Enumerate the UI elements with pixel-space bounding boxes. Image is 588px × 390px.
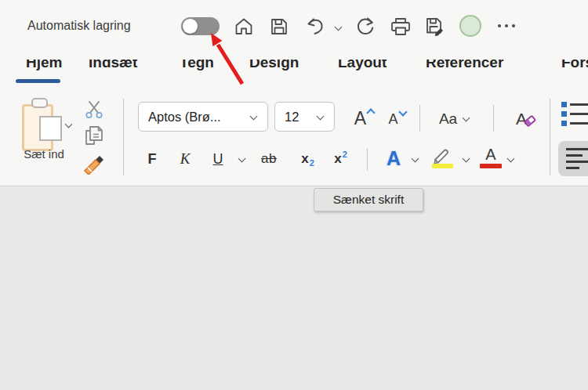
font-family-value: Aptos (Brø...: [148, 110, 250, 125]
scissors-icon: [83, 99, 105, 121]
ribbon-tab-bar: Hjem Indsæt Tegn Design Layout Reference…: [0, 60, 588, 78]
print-icon[interactable]: [389, 15, 412, 38]
clipboard-page-icon: [39, 116, 62, 141]
font-size-value: 12: [285, 110, 317, 125]
autosave-label: Automatisk lagring: [27, 19, 131, 33]
font-color-button[interactable]: A: [477, 144, 505, 171]
caret-up-icon: [367, 108, 374, 115]
tab-hjem[interactable]: Hjem: [26, 60, 62, 71]
tab-tegn[interactable]: Tegn: [180, 60, 214, 71]
tooltip: Sænket skrift: [314, 188, 423, 211]
group-divider: [550, 99, 550, 175]
underline-chevron[interactable]: [238, 155, 246, 163]
save-as-icon[interactable]: [423, 15, 447, 38]
highlight-color-swatch: [432, 164, 453, 168]
control-divider: [493, 105, 494, 132]
text-effects-chevron[interactable]: [412, 155, 419, 163]
home-icon[interactable]: [232, 15, 256, 38]
tab-design[interactable]: Design: [249, 60, 299, 71]
underline-button[interactable]: U: [207, 147, 229, 171]
clipboard-clip-icon: [31, 98, 48, 108]
word-window: Automatisk lagring: [0, 0, 588, 390]
tab-layout[interactable]: Layout: [338, 60, 387, 71]
cut-button[interactable]: [82, 99, 107, 121]
group-divider: [123, 99, 124, 175]
account-avatar[interactable]: [459, 15, 481, 37]
shrink-font-button[interactable]: A: [382, 107, 412, 132]
italic-button[interactable]: K: [174, 147, 196, 171]
redo-icon[interactable]: [354, 15, 377, 38]
format-painter-button[interactable]: [82, 153, 107, 174]
font-color-chevron[interactable]: [507, 155, 515, 163]
toggle-knob: [183, 19, 198, 34]
copy-icon: [82, 124, 107, 149]
text-effects-button[interactable]: A: [379, 146, 408, 171]
tab-referencer[interactable]: Referencer: [426, 60, 503, 71]
paste-label: Sæt ind: [17, 147, 71, 161]
strikethrough-button[interactable]: ab: [254, 147, 284, 171]
font-color-swatch: [480, 164, 502, 168]
autosave-toggle[interactable]: [181, 17, 220, 35]
bullet-list-icon: [561, 102, 588, 107]
paste-dropdown-chevron[interactable]: [65, 121, 73, 128]
active-tab-indicator: [16, 79, 60, 83]
undo-icon[interactable]: [304, 15, 328, 38]
format-painter-icon: [82, 153, 106, 175]
align-left-icon: [566, 148, 588, 150]
align-left-button[interactable]: [558, 141, 588, 176]
text-highlight-button[interactable]: [428, 143, 456, 172]
control-divider: [419, 105, 420, 132]
subscript-button[interactable]: x 2: [295, 147, 320, 171]
more-icon[interactable]: [498, 24, 515, 27]
grow-font-button[interactable]: A: [347, 105, 380, 132]
font-family-select[interactable]: Aptos (Brø...: [138, 102, 268, 132]
copy-button[interactable]: [80, 124, 108, 149]
caret-down-icon: [399, 110, 406, 117]
save-icon[interactable]: [267, 15, 291, 38]
tab-forsendelser[interactable]: Forse: [561, 60, 588, 71]
highlight-chevron[interactable]: [463, 155, 470, 163]
font-size-select[interactable]: 12: [274, 102, 335, 132]
change-case-button[interactable]: Aa: [432, 105, 477, 132]
superscript-button[interactable]: x 2: [328, 147, 353, 171]
ribbon-chrome: Automatisk lagring: [0, 0, 588, 186]
font-family-chevron: [250, 113, 258, 121]
font-size-chevron: [317, 113, 325, 121]
tooltip-text: Sænket skrift: [333, 193, 404, 207]
control-divider: [367, 148, 368, 171]
tab-indsaet[interactable]: Indsæt: [89, 60, 137, 71]
bold-button[interactable]: F: [141, 147, 163, 171]
clear-formatting-button[interactable]: A: [506, 105, 543, 132]
undo-dropdown-chevron[interactable]: [335, 23, 343, 31]
change-case-chevron: [463, 114, 470, 122]
